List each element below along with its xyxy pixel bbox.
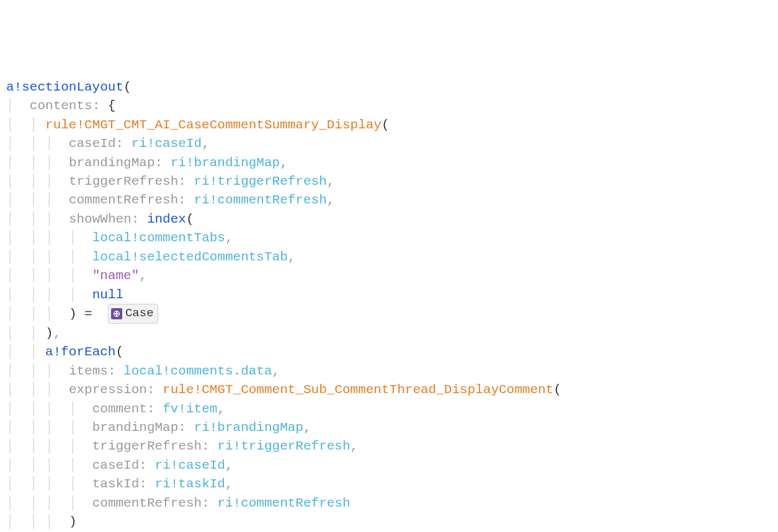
indent-guide: │ [45,496,53,510]
local-var: local!comments.data [123,364,272,378]
comma: , [202,136,210,151]
open-paren: ( [382,118,390,132]
indent-guide: │ [6,383,14,397]
indent-guide: │ [6,136,14,151]
indent-guide: │ [69,420,77,435]
string-literal: "name" [92,268,140,283]
indent-guide: │ [30,136,38,151]
code-line[interactable]: │ │ │ │ null [6,286,772,304]
local-var: local!commentTabs [92,231,225,245]
globe-icon [111,308,122,319]
code-line[interactable]: │ │ │ triggerRefresh: ri!triggerRefresh, [6,172,772,191]
code-line[interactable]: │ │ │ │ "name", [6,267,772,285]
code-line[interactable]: │ │ │ commentRefresh: ri!commentRefresh, [6,191,772,210]
code-line[interactable]: │ │ ), [6,324,772,343]
rule-call: rule!CMGT_Comment_Sub_CommentThread_Disp… [163,383,553,397]
indent-guide: │ [30,268,38,283]
indent-guide: │ [6,156,14,170]
open-brace: { [108,99,116,113]
rule-input: ri!commentRefresh [194,193,327,207]
indent-guide: │ [45,439,53,453]
rule-input: ri!triggerRefresh [194,174,327,188]
open-paren: ( [115,345,123,359]
indent-guide: │ [30,383,38,397]
open-paren: ( [553,383,561,397]
indent-guide: │ [6,268,14,283]
comma: , [225,458,233,472]
indent-guide: │ [45,402,53,416]
indent-guide: │ [6,458,14,472]
indent-guide: │ [6,212,14,226]
local-var: local!selectedCommentsTab [92,250,288,264]
param-name: triggerRefresh: [69,174,186,188]
code-line[interactable]: │ │ rule!CMGT_CMT_AI_CaseCommentSummary_… [6,116,772,135]
indent-guide: │ [6,118,14,132]
indent-guide: │ [6,402,14,416]
code-line[interactable]: │ │ │ │ triggerRefresh: ri!triggerRefres… [6,437,772,456]
indent-guide: │ [45,288,53,302]
indent-guide: │ [30,231,38,245]
code-line[interactable]: │ │ │ │ local!commentTabs, [6,229,772,247]
comma: , [327,174,335,188]
param-name: items: [69,364,116,378]
indent-guide: │ [30,345,38,359]
code-line[interactable]: │ │ │ expression: rule!CMGT_Comment_Sub_… [6,381,772,399]
indent-guide: │ [30,118,38,132]
null-literal: null [92,288,123,302]
rule-input: ri!taskId [155,477,225,491]
indent-guide: │ [69,288,77,302]
comma: , [272,364,280,378]
indent-guide: │ [45,477,53,491]
code-line[interactable]: │ │ │ brandingMap: ri!brandingMap, [6,154,772,172]
close-paren: ) [69,515,77,529]
indent-guide: │ [30,174,38,188]
indent-guide: │ [69,250,77,264]
rule-call: rule!CMGT_CMT_AI_CaseCommentSummary_Disp… [45,118,382,132]
indent-guide: │ [45,420,53,435]
indent-guide: │ [6,515,14,529]
code-line[interactable]: │ │ │ ) = Case [6,304,772,324]
function-call: index [147,212,186,226]
param-name: expression: [69,383,155,397]
param-name: caseId: [92,458,147,472]
code-line[interactable]: │ │ │ │ taskId: ri!taskId, [6,475,772,494]
param-name: commentRefresh: [69,193,186,207]
code-line[interactable]: │ │ │ showWhen: index( [6,210,772,229]
indent-guide: │ [45,268,53,283]
code-line[interactable]: │ │ │ caseId: ri!caseId, [6,135,772,153]
fv-variable: fv!item [163,402,217,416]
indent-guide: │ [45,307,53,321]
indent-guide: │ [6,99,14,113]
chip-label: Case [125,305,154,322]
code-line[interactable]: │ │ │ ) [6,513,772,531]
param-name: comment: [92,402,155,416]
indent-guide: │ [30,307,38,321]
code-line[interactable]: │ │ │ │ brandingMap: ri!brandingMap, [6,419,772,437]
indent-guide: │ [6,174,14,188]
param-name: commentRefresh: [92,496,210,510]
comma: , [327,193,335,207]
code-line[interactable]: │ │ │ │ caseId: ri!caseId, [6,456,772,475]
code-line[interactable]: a!sectionLayout( [6,78,772,97]
code-line[interactable]: │ │ a!forEach( [6,343,772,361]
param-name: brandingMap: [69,156,163,170]
indent-guide: │ [30,420,38,435]
indent-guide: │ [30,515,38,529]
indent-guide: │ [30,477,38,491]
code-line[interactable]: │ │ │ │ commentRefresh: ri!commentRefres… [6,494,772,513]
translation-chip[interactable]: Case [108,304,158,324]
code-line[interactable]: │ contents: { [6,97,772,115]
code-line[interactable]: │ │ │ │ comment: fv!item, [6,400,772,419]
function-call: a!sectionLayout [6,80,123,94]
function-call: a!forEach [45,345,115,359]
code-line[interactable]: │ │ │ items: local!comments.data, [6,362,772,381]
indent-guide: │ [45,364,53,378]
indent-guide: │ [45,515,53,529]
code-editor[interactable]: a!sectionLayout(│ contents: {│ │ rule!CM… [6,78,772,532]
code-line[interactable]: │ │ │ │ local!selectedCommentsTab, [6,248,772,267]
param-name: taskId: [92,477,147,491]
indent-guide: │ [6,345,14,359]
open-paren: ( [186,212,194,226]
indent-guide: │ [30,288,38,302]
indent-guide: │ [6,439,14,453]
